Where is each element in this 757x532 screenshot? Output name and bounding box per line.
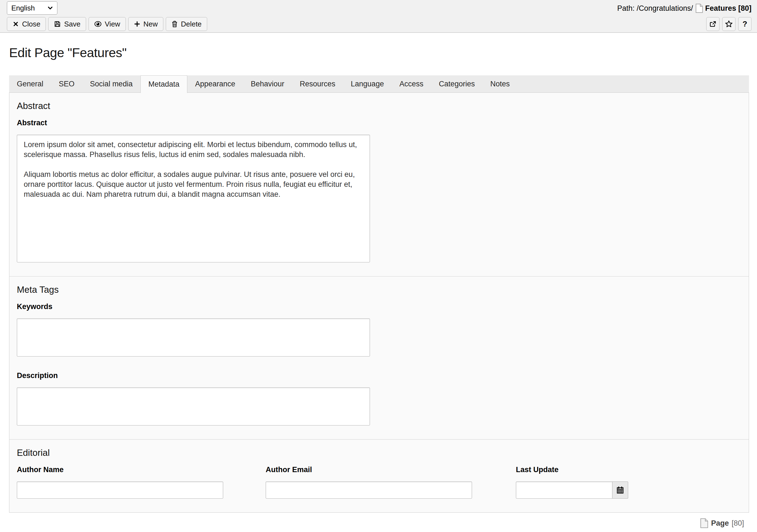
section-abstract-heading: Abstract: [17, 101, 741, 111]
doc-toolbar-buttons: Close Save View: [7, 17, 207, 31]
tab-categories[interactable]: Categories: [431, 75, 483, 92]
tab-resources[interactable]: Resources: [292, 75, 343, 92]
language-select[interactable]: English: [7, 1, 57, 15]
author-email-label: Author Email: [266, 465, 472, 474]
header-icon-buttons: ?: [706, 17, 751, 31]
last-update-input-group: [516, 482, 628, 499]
external-link-icon: [709, 20, 717, 28]
abstract-field: Abstract Lorem ipsum dolor sit amet, con…: [17, 118, 741, 263]
keywords-textarea[interactable]: [17, 318, 370, 357]
author-email-field: Author Email: [266, 465, 472, 499]
author-name-label: Author Name: [17, 465, 223, 474]
record-type-label: Page: [711, 519, 729, 528]
section-meta-tags-heading: Meta Tags: [17, 284, 741, 295]
chevron-down-icon: [46, 4, 54, 12]
view-button[interactable]: View: [89, 17, 126, 31]
metadata-tab-panel: Abstract Abstract Lorem ipsum dolor sit …: [9, 92, 749, 513]
language-select-value: English: [11, 4, 35, 13]
author-name-field: Author Name: [17, 465, 223, 499]
tab-appearance[interactable]: Appearance: [187, 75, 243, 92]
record-title: Features [80]: [705, 4, 751, 13]
keywords-label: Keywords: [17, 302, 741, 311]
record-uid: [80]: [732, 519, 744, 528]
delete-button-label: Delete: [181, 20, 202, 28]
section-meta-tags: Meta Tags Keywords Description: [9, 276, 749, 439]
keywords-field: Keywords: [17, 302, 741, 357]
section-abstract: Abstract Abstract Lorem ipsum dolor sit …: [9, 93, 749, 276]
last-update-field: Last Update: [516, 465, 628, 499]
section-editorial-heading: Editorial: [17, 447, 741, 458]
record-path: Path: /Congratulations/ Features [80]: [617, 4, 751, 13]
abstract-label: Abstract: [17, 118, 741, 128]
author-name-input[interactable]: [17, 482, 223, 499]
view-button-label: View: [105, 20, 120, 28]
question-icon: ?: [742, 19, 747, 28]
editorial-fields-row: Author Name Author Email Last Update: [17, 465, 741, 499]
tab-behaviour[interactable]: Behaviour: [243, 75, 292, 92]
tab-notes[interactable]: Notes: [482, 75, 518, 92]
author-email-input[interactable]: [266, 482, 472, 499]
tab-bar: General SEO Social media Metadata Appear…: [9, 75, 749, 92]
tab-metadata[interactable]: Metadata: [140, 75, 188, 93]
close-button[interactable]: Close: [7, 17, 46, 31]
description-label: Description: [17, 371, 741, 380]
tab-language[interactable]: Language: [343, 75, 392, 92]
description-field: Description: [17, 371, 741, 425]
tab-access[interactable]: Access: [392, 75, 431, 92]
save-button-label: Save: [64, 20, 80, 28]
page-icon: [700, 518, 708, 528]
calendar-icon: [616, 486, 624, 494]
record-footer: Page [80]: [0, 518, 744, 528]
close-icon: [13, 21, 19, 27]
star-icon: [725, 20, 733, 28]
abstract-textarea[interactable]: Lorem ipsum dolor sit amet, consectetur …: [17, 135, 370, 263]
page-icon: [695, 4, 703, 13]
new-button[interactable]: New: [128, 17, 163, 31]
new-button-label: New: [143, 20, 158, 28]
description-textarea[interactable]: [17, 388, 370, 425]
delete-icon: [171, 20, 178, 28]
save-button[interactable]: Save: [48, 17, 86, 31]
bookmark-button[interactable]: [722, 17, 736, 31]
tab-general[interactable]: General: [9, 75, 51, 92]
save-icon: [54, 20, 61, 28]
page-title: Edit Page "Features": [9, 45, 757, 60]
new-icon: [134, 21, 140, 27]
tab-social-media[interactable]: Social media: [82, 75, 140, 92]
top-toolbar: English Close Save: [0, 0, 757, 33]
date-picker-button[interactable]: [613, 482, 628, 499]
path-label: Path: /Congratulations/: [617, 4, 693, 13]
help-button[interactable]: ?: [738, 17, 751, 31]
open-in-frontend-button[interactable]: [706, 17, 719, 31]
last-update-input[interactable]: [516, 482, 613, 499]
close-button-label: Close: [22, 20, 40, 28]
section-editorial: Editorial Author Name Author Email Last …: [9, 439, 749, 513]
delete-button[interactable]: Delete: [166, 17, 207, 31]
tab-seo[interactable]: SEO: [51, 75, 82, 92]
view-icon: [94, 20, 102, 28]
last-update-label: Last Update: [516, 465, 628, 474]
